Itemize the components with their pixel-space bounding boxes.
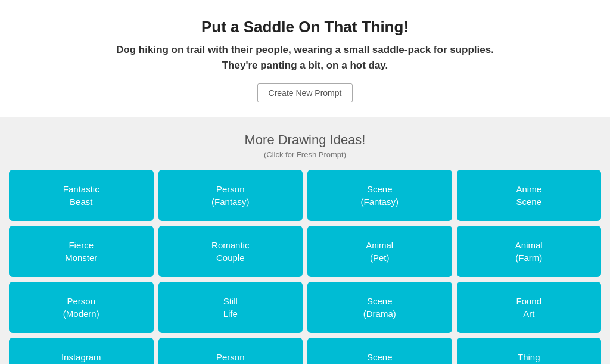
header-section: Put a Saddle On That Thing! Dog hiking o… [0,0,610,117]
grid-card-13[interactable]: Person(History) [158,338,303,364]
card-line1: Fierce [69,240,94,250]
ideas-subtitle: (Click for Fresh Prompt) [9,150,601,159]
grid-card-14[interactable]: Scene(History) [307,338,452,364]
grid-card-4[interactable]: FierceMonster [9,226,154,277]
card-line1: Anime [516,184,541,194]
card-line2: (Modern) [63,309,99,319]
card-line2: Scene [516,197,541,207]
subtitle-line2: They're panting a bit, on a hot day. [222,60,388,71]
card-line2: (Drama) [363,309,396,319]
card-line1: Person [216,184,245,194]
card-line1: Romantic [211,240,249,250]
create-new-prompt-button[interactable]: Create New Prompt [257,83,353,102]
subtitle-line1: Dog hiking on trail with their people, w… [116,44,494,55]
grid-card-7[interactable]: Animal(Farm) [457,226,602,277]
card-line1: Animal [515,240,543,250]
grid-card-9[interactable]: StillLife [158,282,303,333]
subtitle: Dog hiking on trail with their people, w… [12,42,598,73]
card-line1: Thing [518,352,540,362]
grid-card-1[interactable]: Person(Fantasy) [158,170,303,221]
card-line1: Fantastic [63,184,99,194]
card-line1: Scene [367,296,393,306]
card-line1: Found [516,296,541,306]
card-line2: (Fantasy) [211,197,249,207]
grid-card-6[interactable]: Animal(Pet) [307,226,452,277]
grid-card-3[interactable]: AnimeScene [457,170,602,221]
card-line1: Instagram [61,352,101,362]
card-line2: (Fantasy) [361,197,399,207]
card-line2: Art [523,309,534,319]
card-line2: Beast [70,197,92,207]
ideas-grid: FantasticBeastPerson(Fantasy)Scene(Fanta… [9,170,601,364]
card-line1: Animal [366,240,393,250]
ideas-title: More Drawing Ideas! [9,132,601,148]
grid-card-10[interactable]: Scene(Drama) [307,282,452,333]
ideas-section: More Drawing Ideas! (Click for Fresh Pro… [0,117,610,364]
card-line2: (Farm) [515,253,542,263]
grid-card-15[interactable]: Thing(Vehicle) [457,338,602,364]
card-line1: Person [216,352,245,362]
card-line1: Still [223,296,238,306]
grid-card-5[interactable]: RomanticCouple [158,226,303,277]
grid-card-0[interactable]: FantasticBeast [9,170,154,221]
card-line1: Scene [367,184,393,194]
grid-card-8[interactable]: Person(Modern) [9,282,154,333]
grid-card-2[interactable]: Scene(Fantasy) [307,170,452,221]
card-line2: Life [223,309,238,319]
card-line2: (Pet) [370,253,390,263]
card-line2: Monster [65,253,97,263]
grid-card-12[interactable]: InstagramPosers [9,338,154,364]
main-title: Put a Saddle On That Thing! [12,18,598,36]
card-line1: Scene [367,352,393,362]
grid-card-11[interactable]: FoundArt [457,282,602,333]
card-line1: Person [67,296,95,306]
card-line2: Couple [216,253,245,263]
